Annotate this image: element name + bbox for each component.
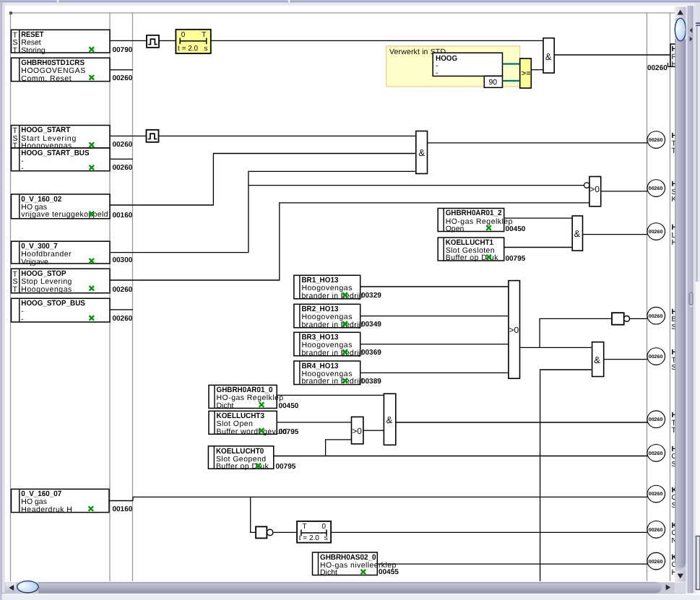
svg-text:00795: 00795 xyxy=(276,463,296,471)
svg-text:00790: 00790 xyxy=(113,46,133,54)
svg-text:00260: 00260 xyxy=(113,286,133,294)
svg-text:s: s xyxy=(324,534,328,542)
svg-text:s: s xyxy=(204,45,208,53)
svg-text:>=: >= xyxy=(522,69,531,78)
svg-text:Headerdruk H: Headerdruk H xyxy=(21,505,72,514)
svg-text:HOOG: HOOG xyxy=(436,54,457,63)
svg-text:brander in bedrijf: brander in bedrijf xyxy=(301,292,363,300)
svg-text:00160: 00160 xyxy=(113,212,133,219)
svg-text:HOOG_STOP_BUS: HOOG_STOP_BUS xyxy=(21,299,85,308)
svg-text:00260: 00260 xyxy=(649,417,663,422)
svg-text:brander in bedrijf: brander in bedrijf xyxy=(301,321,363,329)
svg-text:00260: 00260 xyxy=(649,314,663,319)
svg-text:&: & xyxy=(545,51,552,62)
svg-text:00389: 00389 xyxy=(361,378,381,386)
svg-text:00795: 00795 xyxy=(506,255,526,263)
svg-text:&: & xyxy=(419,147,425,158)
svg-text:&: & xyxy=(574,228,581,239)
svg-text:&: & xyxy=(386,414,393,425)
svg-text:90: 90 xyxy=(489,78,498,87)
svg-text:00300: 00300 xyxy=(113,256,133,264)
svg-text:Vrijgave: Vrijgave xyxy=(21,258,48,266)
svg-text:0: 0 xyxy=(181,31,186,39)
svg-text:00260: 00260 xyxy=(649,138,663,143)
svg-text:00260: 00260 xyxy=(649,230,663,235)
svg-text:>0: >0 xyxy=(589,184,600,194)
svg-text:00260: 00260 xyxy=(649,492,663,497)
svg-text:00260: 00260 xyxy=(649,355,663,360)
svg-text:-: - xyxy=(436,69,438,77)
svg-text:Open: Open xyxy=(446,225,464,233)
svg-text:t = 2.0: t = 2.0 xyxy=(299,534,320,542)
svg-text:Buffer wordt gevuld: Buffer wordt gevuld xyxy=(217,427,288,436)
svg-text:&: & xyxy=(594,355,600,365)
svg-text:Comm. Reset: Comm. Reset xyxy=(21,74,71,83)
svg-text:00260: 00260 xyxy=(649,451,663,456)
svg-text:00450: 00450 xyxy=(506,225,526,233)
svg-text:00369: 00369 xyxy=(361,349,381,357)
svg-text:00160: 00160 xyxy=(113,505,133,513)
svg-text:00260: 00260 xyxy=(649,186,663,191)
svg-text:00260: 00260 xyxy=(113,141,133,149)
svg-text:vrijgave teruggekoppeld: vrijgave teruggekoppeld xyxy=(21,210,108,219)
svg-text:HOOG_START_BUS: HOOG_START_BUS xyxy=(21,149,89,157)
svg-text:00455: 00455 xyxy=(379,568,399,576)
svg-text:Dicht: Dicht xyxy=(217,401,234,410)
svg-text:00260: 00260 xyxy=(649,528,663,533)
svg-text:Buffer op Druk: Buffer op Druk xyxy=(216,462,269,471)
svg-text:T: T xyxy=(13,46,18,55)
svg-text:00795: 00795 xyxy=(279,428,299,436)
svg-text:00260: 00260 xyxy=(113,164,133,172)
svg-text:00260: 00260 xyxy=(113,74,133,82)
svg-text:>0: >0 xyxy=(509,325,519,335)
svg-text:>0: >0 xyxy=(352,426,362,436)
svg-text:Hoogovengas: Hoogovengas xyxy=(21,285,72,294)
svg-text:Storing: Storing xyxy=(21,46,45,55)
svg-text:T: T xyxy=(13,285,18,294)
svg-text:Dicht: Dicht xyxy=(320,568,337,577)
svg-text:t = 2.0: t = 2.0 xyxy=(178,45,199,53)
svg-text:00260: 00260 xyxy=(647,64,667,72)
svg-text:brander in bedrijf: brander in bedrijf xyxy=(301,349,363,357)
svg-text:00329: 00329 xyxy=(361,292,381,300)
svg-text:0: 0 xyxy=(322,523,327,531)
svg-text:T: T xyxy=(202,31,206,39)
svg-text:-: - xyxy=(21,164,24,173)
svg-text:-: - xyxy=(21,315,24,323)
svg-text:T: T xyxy=(302,523,306,531)
svg-text:00260: 00260 xyxy=(649,560,663,565)
svg-text:00260: 00260 xyxy=(113,315,133,323)
svg-text:00349: 00349 xyxy=(361,321,381,329)
svg-text:brander in bedrijf: brander in bedrijf xyxy=(301,377,363,386)
svg-text:00450: 00450 xyxy=(279,402,299,410)
